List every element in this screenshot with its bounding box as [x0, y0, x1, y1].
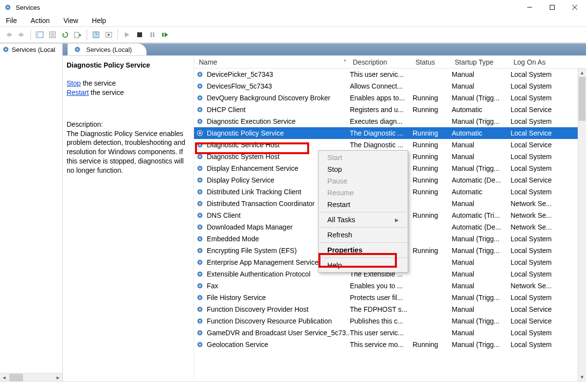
cell-log-on-as: Local System [511, 117, 586, 125]
context-menu-resume[interactable]: Resume [318, 187, 408, 199]
cell-startup-type: Manual [452, 200, 511, 208]
refresh-button[interactable] [59, 29, 71, 41]
service-row[interactable]: DevQuery Background Discovery BrokerEnab… [194, 92, 586, 104]
service-row[interactable]: GameDVR and Broadcast User Service_5c73.… [194, 327, 586, 339]
cell-log-on-as: Local System [511, 341, 586, 348]
cell-name: GameDVR and Broadcast User Service_5c73.… [196, 329, 350, 337]
context-menu-help[interactable]: Help [318, 259, 408, 271]
column-header-status[interactable]: Status [413, 56, 452, 68]
service-row[interactable]: DevicesFlow_5c7343Allows Connect...Manua… [194, 80, 586, 92]
cell-startup-type: Manual [452, 329, 511, 337]
cell-startup-type: Automatic [452, 106, 511, 114]
cell-startup-type: Manual [452, 270, 511, 278]
service-row[interactable]: Diagnostic Policy ServiceThe Diagnostic … [194, 127, 586, 139]
context-menu-properties[interactable]: Properties [318, 244, 408, 256]
help-button[interactable]: ? [90, 29, 102, 41]
cell-status: Running [413, 188, 452, 196]
scroll-left-arrow-icon[interactable]: ◄ [0, 373, 8, 382]
cell-description: The Diagnostic ... [350, 129, 413, 137]
pause-service-button[interactable] [146, 29, 158, 41]
svg-rect-18 [137, 32, 142, 37]
scroll-down-arrow-icon[interactable]: ▼ [578, 373, 586, 381]
context-menu-pause[interactable]: Pause [318, 175, 408, 187]
properties-button[interactable] [47, 29, 58, 41]
sort-indicator-icon: ▴ [344, 58, 346, 62]
maximize-button[interactable] [541, 0, 563, 15]
cell-status: Running [413, 247, 452, 254]
scroll-up-arrow-icon[interactable]: ▲ [578, 69, 586, 77]
menu-file[interactable]: File [4, 16, 19, 25]
menu-help[interactable]: Help [90, 16, 108, 25]
stop-service-button[interactable] [134, 29, 146, 41]
submenu-arrow-icon: ▶ [395, 217, 399, 223]
export-list-button[interactable] [72, 29, 84, 41]
selected-service-title: Diagnostic Policy Service [67, 61, 189, 70]
cell-startup-type: Manual (Trigg... [452, 341, 511, 348]
context-menu-separator [319, 227, 407, 228]
service-row[interactable]: DevicePicker_5c7343This user servic...Ma… [194, 69, 586, 80]
restart-service-button[interactable] [159, 29, 171, 41]
cell-startup-type: Manual [452, 305, 511, 313]
tree-horizontal-scrollbar[interactable]: ◄ ► [0, 373, 62, 381]
cell-log-on-as: Local System [511, 247, 586, 254]
context-menu-all-tasks[interactable]: All Tasks▶ [318, 214, 408, 226]
view-button[interactable] [103, 29, 115, 41]
column-header-startup-type[interactable]: Startup Type [452, 56, 511, 68]
menu-view[interactable]: View [61, 16, 80, 25]
service-row[interactable]: File History ServiceProtects user fil...… [194, 292, 586, 303]
service-row[interactable]: Diagnostic Execution ServiceExecutes dia… [194, 115, 586, 127]
cell-log-on-as: Network Se... [511, 223, 586, 231]
stop-service-link[interactable]: Stop [67, 79, 81, 87]
service-row[interactable]: Diagnostic Service HostThe Diagnostic ..… [194, 139, 586, 151]
cell-status: Running [413, 129, 452, 137]
cell-name: Diagnostic Execution Service [196, 117, 350, 125]
context-menu: Start Stop Pause Resume Restart All Task… [318, 150, 408, 273]
service-row[interactable]: Function Discovery Provider HostThe FDPH… [194, 303, 586, 315]
scroll-right-arrow-icon[interactable]: ► [54, 373, 62, 382]
cell-description: The FDPHOST s... [350, 305, 413, 313]
cell-description: Protects user fil... [350, 294, 413, 301]
cell-startup-type: Manual (Trigg... [452, 164, 511, 172]
tree-item-services-local[interactable]: Services (Local [0, 45, 62, 54]
show-hide-tree-button[interactable] [34, 29, 46, 41]
cell-name: File History Service [196, 294, 350, 301]
context-menu-restart[interactable]: Restart [318, 199, 408, 210]
description-text: The Diagnostic Policy Service enables pr… [67, 129, 189, 175]
cell-log-on-as: Local Service [511, 305, 586, 313]
vertical-scrollbar[interactable]: ▲ ▼ [578, 69, 586, 381]
cell-status: Running [413, 164, 452, 172]
grid-header: Name▴ Description Status Startup Type Lo… [194, 56, 586, 69]
cell-description: Publishes this c... [350, 317, 413, 325]
forward-button[interactable] [16, 29, 27, 41]
context-menu-stop[interactable]: Stop [318, 163, 408, 175]
close-button[interactable] [563, 0, 586, 15]
service-row[interactable]: Function Discovery Resource PublicationP… [194, 315, 586, 327]
column-header-description[interactable]: Description [350, 56, 413, 68]
svg-rect-7 [19, 34, 21, 36]
menu-bar: File Action View Help [0, 15, 586, 26]
context-menu-refresh[interactable]: Refresh [318, 229, 408, 241]
context-menu-start[interactable]: Start [318, 152, 408, 163]
column-header-name[interactable]: Name▴ [196, 56, 350, 68]
cell-startup-type: Automatic (Tri... [452, 211, 511, 219]
service-row[interactable]: Geolocation ServiceThis service mo...Run… [194, 339, 586, 350]
column-header-log-on-as[interactable]: Log On As [511, 56, 586, 68]
svg-rect-21 [162, 33, 164, 37]
start-service-button[interactable] [121, 29, 133, 41]
cell-description: Enables apps to... [350, 94, 413, 102]
cell-startup-type: Manual (Trigg... [452, 294, 511, 301]
scroll-thumb[interactable] [9, 374, 23, 381]
menu-action[interactable]: Action [29, 16, 52, 25]
service-row[interactable]: FaxEnables you to ...ManualNetwork Se... [194, 280, 586, 292]
cell-description: Allows Connect... [350, 82, 413, 90]
cell-description: This user servic... [350, 70, 413, 78]
service-row[interactable]: DHCP ClientRegisters and u...RunningAuto… [194, 104, 586, 115]
cell-log-on-as: Local Service [511, 317, 586, 325]
services-app-icon [4, 3, 12, 11]
restart-service-link[interactable]: Restart [67, 89, 89, 96]
scroll-thumb[interactable] [579, 77, 586, 121]
back-button[interactable] [3, 29, 15, 41]
cell-name: DHCP Client [196, 106, 350, 114]
minimize-button[interactable] [518, 0, 541, 15]
restart-service-line: Restart the service [67, 88, 189, 97]
